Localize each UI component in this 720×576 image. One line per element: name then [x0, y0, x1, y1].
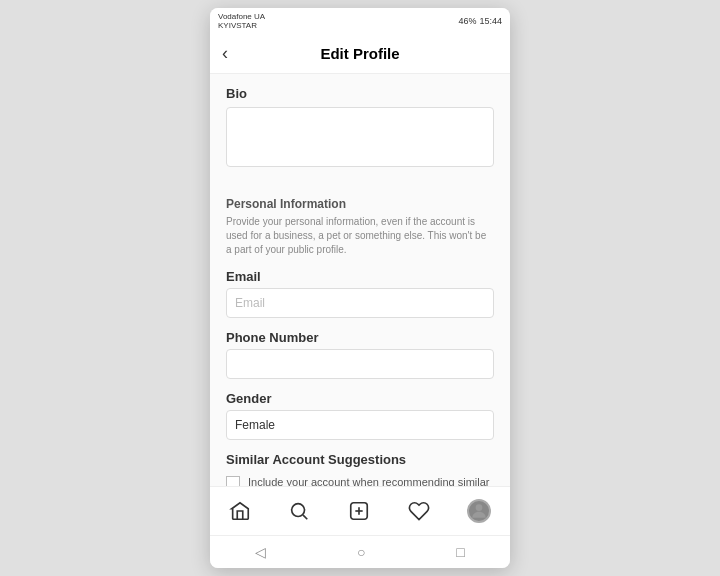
- add-nav-item[interactable]: [344, 496, 374, 526]
- profile-nav-item[interactable]: [463, 495, 495, 527]
- profile-avatar-icon: [469, 500, 489, 522]
- svg-point-0: [292, 504, 305, 517]
- phone-label: Phone Number: [226, 330, 494, 345]
- carrier-name: Vodafone UA: [218, 12, 265, 21]
- back-button[interactable]: ‹: [222, 43, 228, 64]
- phone-frame: Vodafone UA KYIVSTAR 46% 15:44 ‹ Edit Pr…: [210, 8, 510, 568]
- page-title: Edit Profile: [320, 45, 399, 62]
- email-label: Email: [226, 269, 494, 284]
- bio-section: Bio: [226, 86, 494, 185]
- phone-input[interactable]: [226, 349, 494, 379]
- status-bar: Vodafone UA KYIVSTAR 46% 15:44: [210, 8, 510, 34]
- personal-info-desc: Provide your personal information, even …: [226, 215, 494, 257]
- carrier-info: Vodafone UA KYIVSTAR: [218, 12, 265, 30]
- content-area: Bio Personal Information Provide your pe…: [210, 74, 510, 486]
- suggestions-text: Include your account when recommending s…: [248, 475, 494, 486]
- gender-label: Gender: [226, 391, 494, 406]
- android-back-button[interactable]: ◁: [243, 542, 278, 562]
- android-nav: ◁ ○ □: [210, 535, 510, 568]
- home-icon: [229, 500, 251, 522]
- gender-section: Gender Female: [226, 391, 494, 440]
- suggestions-checkbox[interactable]: [226, 476, 240, 486]
- heart-icon: [408, 500, 430, 522]
- svg-line-1: [304, 515, 308, 519]
- suggestions-title: Similar Account Suggestions: [226, 452, 494, 467]
- bottom-nav: [210, 486, 510, 535]
- phone-section: Phone Number: [226, 330, 494, 379]
- gender-value[interactable]: Female: [226, 410, 494, 440]
- bio-label: Bio: [226, 86, 494, 101]
- personal-info-title: Personal Information: [226, 197, 494, 211]
- home-nav-item[interactable]: [225, 496, 255, 526]
- email-input[interactable]: [226, 288, 494, 318]
- android-home-button[interactable]: ○: [345, 542, 377, 562]
- suggestions-section: Similar Account Suggestions Include your…: [226, 452, 494, 486]
- android-recent-button[interactable]: □: [444, 542, 476, 562]
- search-icon: [288, 500, 310, 522]
- time-display: 15:44: [479, 16, 502, 26]
- suggestions-text-content: Include your account when recommending s…: [248, 476, 490, 486]
- bio-input[interactable]: [226, 107, 494, 167]
- status-right: 46% 15:44: [458, 16, 502, 26]
- search-nav-item[interactable]: [284, 496, 314, 526]
- battery-level: 46%: [458, 16, 476, 26]
- svg-point-5: [476, 504, 483, 511]
- profile-avatar: [467, 499, 491, 523]
- suggestions-checkbox-row: Include your account when recommending s…: [226, 475, 494, 486]
- add-icon: [348, 500, 370, 522]
- nav-header: ‹ Edit Profile: [210, 34, 510, 74]
- heart-nav-item[interactable]: [404, 496, 434, 526]
- personal-info-section: Personal Information Provide your person…: [226, 197, 494, 257]
- email-section: Email: [226, 269, 494, 318]
- carrier-location: KYIVSTAR: [218, 21, 265, 30]
